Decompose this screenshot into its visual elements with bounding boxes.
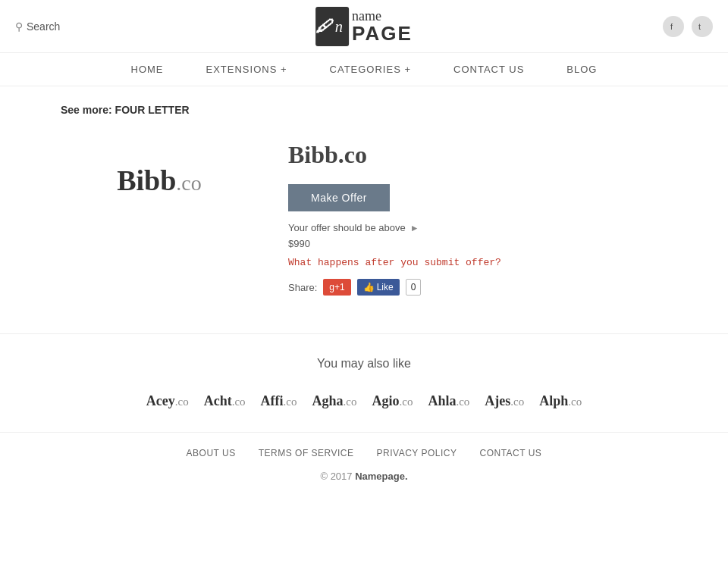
content-area: Bibb.co Bibb.co Make Offer Your offer sh… bbox=[61, 133, 667, 296]
also-like-domain-item[interactable]: Agha.co bbox=[312, 393, 357, 409]
chip-tld: .co bbox=[510, 396, 524, 408]
chip-name: Ahla bbox=[428, 393, 456, 408]
chip-tld: .co bbox=[175, 396, 189, 408]
domain-logo-area: Bibb.co bbox=[61, 133, 258, 227]
also-like-domains: Acey.coAcht.coAffi.coAgha.coAgio.coAhla.… bbox=[15, 386, 713, 417]
chip-tld: .co bbox=[568, 396, 582, 408]
chip-name: Agio bbox=[372, 393, 399, 408]
domain-logo-tld: .co bbox=[176, 171, 201, 195]
offer-amount: $990 bbox=[288, 238, 667, 249]
nav-extensions[interactable]: EXTENSIONS + bbox=[185, 53, 309, 86]
chip-name: Affi bbox=[261, 393, 284, 408]
header: ⚲ Search 🖊 n name PAGE f t bbox=[0, 0, 728, 53]
facebook-count: 0 bbox=[406, 279, 422, 296]
logo-svg-icon: n bbox=[332, 13, 349, 40]
logo-name-text: name bbox=[352, 9, 413, 24]
footer-copyright: © 2017 Namepage. bbox=[15, 471, 713, 482]
facebook-like-label: Like bbox=[377, 282, 394, 292]
chip-name: Ajes bbox=[485, 393, 510, 408]
nav-contact[interactable]: CONTACT US bbox=[432, 53, 545, 86]
share-label: Share: bbox=[288, 282, 317, 293]
see-more: See more: FOUR LETTER bbox=[61, 102, 667, 118]
offer-link[interactable]: What happens after you submit offer? bbox=[288, 257, 667, 268]
make-offer-button[interactable]: Make Offer bbox=[288, 184, 390, 211]
facebook-like-button[interactable]: 👍 Like bbox=[357, 279, 400, 296]
see-more-category[interactable]: FOUR LETTER bbox=[115, 104, 190, 116]
logo-text-box: name PAGE bbox=[349, 9, 413, 44]
nav-home[interactable]: HOME bbox=[110, 53, 185, 86]
footer-links: ABOUT USTERMS OF SERVICEPRIVACY POLICYCO… bbox=[15, 448, 713, 458]
svg-text:t: t bbox=[698, 22, 701, 31]
footer: ABOUT USTERMS OF SERVICEPRIVACY POLICYCO… bbox=[0, 432, 728, 497]
domain-logo-name: Bibb bbox=[117, 164, 176, 196]
offer-hint: Your offer should be above ► bbox=[288, 222, 667, 233]
logo-page-text: PAGE bbox=[352, 23, 413, 43]
also-like-domain-item[interactable]: Agio.co bbox=[372, 393, 413, 409]
share-row: Share: g+1 👍 Like 0 bbox=[288, 279, 667, 296]
also-like-title: You may also like bbox=[15, 357, 713, 371]
search-label: Search bbox=[27, 20, 60, 33]
also-like-section: You may also like Acey.coAcht.coAffi.coA… bbox=[0, 333, 728, 432]
main-nav: HOME EXTENSIONS + CATEGORIES + CONTACT U… bbox=[0, 53, 728, 86]
footer-link-item[interactable]: ABOUT US bbox=[187, 448, 236, 458]
google-plus-label: g+1 bbox=[329, 282, 344, 292]
also-like-domain-item[interactable]: Alph.co bbox=[539, 393, 582, 409]
svg-text:n: n bbox=[335, 18, 343, 35]
search-icon: ⚲ bbox=[15, 20, 23, 33]
domain-logo-text: Bibb.co bbox=[117, 164, 202, 197]
chip-tld: .co bbox=[399, 396, 413, 408]
google-plus-button[interactable]: g+1 bbox=[323, 279, 350, 296]
logo[interactable]: 🖊 n name PAGE bbox=[315, 7, 413, 46]
chip-tld: .co bbox=[344, 396, 357, 408]
domain-title: Bibb.co bbox=[288, 141, 667, 169]
search-bar[interactable]: ⚲ Search bbox=[15, 20, 60, 33]
copyright-year: © 2017 bbox=[320, 471, 352, 482]
footer-link-item[interactable]: TERMS OF SERVICE bbox=[259, 448, 354, 458]
footer-link-item[interactable]: PRIVACY POLICY bbox=[377, 448, 457, 458]
social-icons: f t bbox=[663, 16, 713, 37]
facebook-icon[interactable]: f bbox=[663, 16, 684, 37]
also-like-domain-item[interactable]: Acht.co bbox=[204, 393, 246, 409]
also-like-domain-item[interactable]: Ahla.co bbox=[428, 393, 469, 409]
see-more-prefix: See more: bbox=[61, 104, 112, 116]
nav-blog[interactable]: BLOG bbox=[545, 53, 618, 86]
logo-icon-box: 🖊 n bbox=[315, 7, 349, 46]
chip-tld: .co bbox=[284, 396, 297, 408]
nav-categories[interactable]: CATEGORIES + bbox=[309, 53, 432, 86]
footer-brand[interactable]: Namepage. bbox=[355, 471, 407, 482]
svg-text:f: f bbox=[670, 22, 673, 31]
chip-name: Acht bbox=[204, 393, 232, 408]
domain-info: Bibb.co Make Offer Your offer should be … bbox=[288, 133, 667, 296]
logo-icon: 🖊 bbox=[315, 17, 332, 36]
chip-name: Agha bbox=[312, 393, 344, 408]
chip-tld: .co bbox=[456, 396, 469, 408]
also-like-domain-item[interactable]: Acey.co bbox=[146, 393, 189, 409]
footer-link-item[interactable]: CONTACT US bbox=[479, 448, 541, 458]
chip-name: Alph bbox=[539, 393, 568, 408]
chip-tld: .co bbox=[232, 396, 246, 408]
chip-name: Acey bbox=[146, 393, 175, 408]
main-content: See more: FOUR LETTER Bibb.co Bibb.co Ma… bbox=[0, 86, 728, 311]
arrow-icon: ► bbox=[410, 223, 419, 233]
also-like-domain-item[interactable]: Ajes.co bbox=[485, 393, 524, 409]
offer-hint-text: Your offer should be above bbox=[288, 222, 406, 233]
twitter-icon[interactable]: t bbox=[692, 16, 713, 37]
also-like-domain-item[interactable]: Affi.co bbox=[261, 393, 297, 409]
